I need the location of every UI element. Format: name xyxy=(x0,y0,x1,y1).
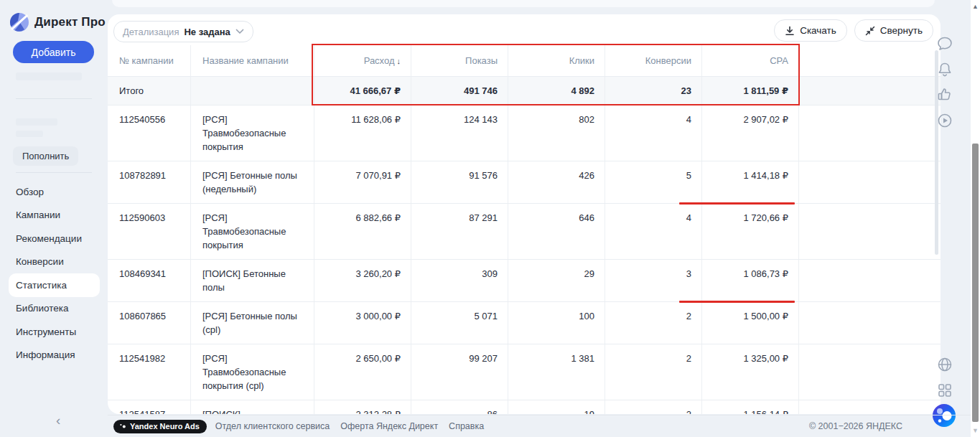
conversions-value: 3 xyxy=(605,260,701,301)
sidebar-item[interactable]: Информация xyxy=(0,344,108,367)
campaign-name: [ПОИСК] Травмобезопасные покрытия xyxy=(190,400,314,414)
totals-row: Итого 41 666,67 ₽ 491 746 4 892 23 1 811… xyxy=(108,77,941,105)
divider xyxy=(16,172,92,173)
campaign-name: [РСЯ] Травмобезопасные покрытия xyxy=(190,105,314,161)
sidebar-item[interactable]: Инструменты xyxy=(0,320,108,344)
cpa-value: 1 325,00 ₽ xyxy=(701,344,798,400)
conversions-value: 5 xyxy=(605,161,701,203)
neuro-ads-badge[interactable]: Yandex Neuro Ads xyxy=(113,420,207,433)
add-button[interactable]: Добавить xyxy=(13,41,94,63)
clicks-value: 29 xyxy=(508,260,605,301)
footer-link[interactable]: Отдел клиентского сервиса xyxy=(215,421,330,431)
download-icon xyxy=(785,26,795,36)
sidebar-item[interactable]: Обзор xyxy=(0,180,108,204)
neuro-sparkle-icon xyxy=(119,423,126,430)
cpa-value: 1 500,00 ₽ xyxy=(701,302,798,344)
sidebar-item[interactable]: Кампании xyxy=(0,204,108,227)
shows-value: 309 xyxy=(411,260,508,301)
campaign-row[interactable]: 108607865 [РСЯ] Бетонные полы (cpl) 3 00… xyxy=(108,302,941,344)
campaign-name: [РСЯ] Бетонные полы (недельный) xyxy=(190,161,314,203)
column-header[interactable] xyxy=(798,45,941,76)
cpa-value: 1 720,66 ₽ xyxy=(701,204,798,259)
footer-link[interactable]: Оферта Яндекс Директ xyxy=(340,421,438,431)
page-scrollbar[interactable]: ▲ ▼ xyxy=(971,0,980,437)
conversions-value: 4 xyxy=(605,105,701,161)
conversions-value: 2 xyxy=(605,344,701,400)
campaign-row[interactable]: 112540556 [РСЯ] Травмобезопасные покрыти… xyxy=(108,105,941,161)
campaign-id: 112541587 xyxy=(108,400,190,414)
skeleton-bar xyxy=(16,131,43,137)
chevron-down-icon xyxy=(235,29,244,34)
conversions-value: 2 xyxy=(605,400,701,414)
column-header[interactable]: № кампании xyxy=(108,45,190,76)
campaign-id: 108469341 xyxy=(108,260,190,301)
column-header[interactable]: Клики xyxy=(508,45,605,76)
skeleton-bar xyxy=(16,72,82,80)
collapse-button[interactable]: Свернуть xyxy=(854,19,933,42)
expense-value: 3 000,00 ₽ xyxy=(314,302,411,344)
expense-value: 2 312,28 ₽ xyxy=(314,400,411,414)
campaign-name: [РСЯ] Бетонные полы (cpl) xyxy=(190,302,314,344)
sidebar: Директ Про Добавить Пополнить ОбзорКампа… xyxy=(0,0,108,437)
sort-desc-arrow: ↓ xyxy=(397,57,401,65)
shows-value: 87 291 xyxy=(411,204,508,259)
campaign-row[interactable]: 112541587 [ПОИСК] Травмобезопасные покры… xyxy=(108,400,941,414)
topup-button[interactable]: Пополнить xyxy=(13,146,78,166)
table-body: 112540556 [РСЯ] Травмобезопасные покрыти… xyxy=(108,105,941,414)
shows-value: 99 207 xyxy=(411,344,508,400)
campaign-id: 112590603 xyxy=(108,204,190,259)
detalization-dropdown[interactable]: Детализация Не задана xyxy=(113,21,253,42)
bell-icon[interactable] xyxy=(935,60,954,79)
sidebar-collapse-chevron[interactable]: ‹ xyxy=(56,413,60,427)
totals-shows: 491 746 xyxy=(411,77,508,105)
sidebar-menu: ОбзорКампанииРекомендацииКонверсииСтатис… xyxy=(0,180,108,367)
totals-expense: 41 666,67 ₽ xyxy=(314,77,411,105)
clicks-value: 19 xyxy=(508,400,605,414)
column-header[interactable]: Показы xyxy=(411,45,508,76)
column-header[interactable]: Название кампании xyxy=(190,45,314,76)
cpa-value: 2 907,02 ₽ xyxy=(701,105,798,161)
scroll-up-arrow[interactable]: ▲ xyxy=(971,3,980,10)
thumbs-up-icon[interactable] xyxy=(935,85,954,104)
shows-value: 91 576 xyxy=(411,161,508,203)
collapse-icon xyxy=(865,26,875,36)
scroll-down-arrow[interactable]: ▼ xyxy=(971,427,980,434)
card-actions: Скачать Свернуть xyxy=(774,19,933,42)
play-video-icon[interactable] xyxy=(935,111,954,130)
app-logo[interactable]: Директ Про xyxy=(10,13,106,32)
shows-value: 124 143 xyxy=(411,105,508,161)
column-header[interactable]: Расход↓ xyxy=(314,45,411,76)
expense-value: 2 650,00 ₽ xyxy=(314,344,411,400)
globe-icon[interactable] xyxy=(935,355,954,374)
cpa-value: 1 086,73 ₽ xyxy=(701,260,798,301)
expense-value: 7 070,91 ₽ xyxy=(314,161,411,203)
campaign-row[interactable]: 112541982 [РСЯ] Травмобезопасные покрыти… xyxy=(108,344,941,400)
apps-grid-icon[interactable] xyxy=(935,381,954,400)
statistics-table: № кампанииНазвание кампанииРасход↓Показы… xyxy=(108,45,941,414)
campaign-row[interactable]: 108469341 [ПОИСК] Бетонные полы 3 260,20… xyxy=(108,260,941,302)
campaign-row[interactable]: 112590603 [РСЯ] Травмобезопасные покрыти… xyxy=(108,204,941,260)
campaign-row[interactable]: 108782891 [РСЯ] Бетонные полы (недельный… xyxy=(108,161,941,204)
expense-value: 3 260,20 ₽ xyxy=(314,260,411,301)
page-scrollbar-thumb[interactable] xyxy=(972,144,979,422)
footer-link[interactable]: Справка xyxy=(449,421,484,431)
table-header-row: № кампанииНазвание кампанииРасход↓Показы… xyxy=(108,45,941,77)
download-button[interactable]: Скачать xyxy=(774,19,847,42)
footer-links: Отдел клиентского сервисаОферта Яндекс Д… xyxy=(215,421,484,431)
clicks-value: 802 xyxy=(508,105,605,161)
column-header[interactable]: CPA xyxy=(701,45,798,76)
campaign-id: 112540556 xyxy=(108,105,190,161)
cpa-value: 1 156,14 ₽ xyxy=(701,400,798,414)
campaign-id: 108607865 xyxy=(108,302,190,344)
detalization-label: Детализация xyxy=(123,27,179,37)
shows-value: 86 xyxy=(411,400,508,414)
chat-icon[interactable] xyxy=(935,34,954,53)
sidebar-item[interactable]: Рекомендации xyxy=(0,227,108,250)
direct-pro-logo-icon xyxy=(10,13,29,32)
sidebar-item[interactable]: Библиотека xyxy=(0,297,108,321)
sidebar-item[interactable]: Статистика xyxy=(0,273,108,297)
footer: Yandex Neuro Ads Отдел клиентского серви… xyxy=(108,415,971,437)
skeleton-bar xyxy=(16,118,57,126)
column-header[interactable]: Конверсии xyxy=(605,45,701,76)
sidebar-item[interactable]: Конверсии xyxy=(0,250,108,274)
